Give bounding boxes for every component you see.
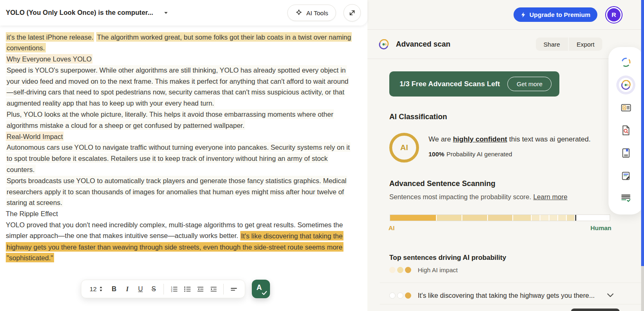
ai-scan-letter: A	[256, 283, 262, 292]
doc-paragraph: Speed is YOLO's superpower. While other …	[6, 64, 354, 108]
impact-bar-segment	[462, 215, 487, 221]
align-button[interactable]	[227, 283, 240, 295]
expand-button[interactable]	[343, 4, 361, 21]
ai-classification-heading: AI Classification	[389, 113, 447, 121]
doc-paragraph: it's the latest iPhone release. The algo…	[6, 31, 354, 54]
list-divider	[380, 304, 644, 304]
document-title: YOLO (You Only Look Once) is the compute…	[6, 9, 153, 16]
citations-book-icon[interactable]	[616, 144, 635, 163]
document-title-dropdown[interactable]: YOLO (You Only Look Once) is the compute…	[6, 9, 168, 16]
legend-dot	[389, 267, 395, 273]
strikethrough-button[interactable]: S	[147, 283, 160, 295]
sentence-impact-dot	[405, 292, 411, 299]
export-button[interactable]: Export	[569, 38, 602, 51]
get-more-button[interactable]: Get more	[507, 77, 552, 91]
probability-label: Probability AI generated	[446, 151, 512, 158]
editor-panel: YOLO (You Only Look Once) is the compute…	[0, 0, 367, 311]
advanced-scan-icon[interactable]	[616, 75, 635, 94]
impact-bar-segment	[488, 215, 512, 221]
impact-bar-segment	[540, 215, 548, 221]
free-scans-banner: 1/3 Free Advanced Scans Left Get more	[389, 71, 559, 97]
sentence-scanning-heading: Advanced Sentence Scanning	[389, 179, 495, 188]
hidden-action-button[interactable]	[571, 309, 620, 311]
legend-dot	[397, 267, 403, 273]
ai-axis-label: AI	[388, 224, 395, 231]
highlighted-sentence: Autonomous cars use YOLO to navigate tra…	[6, 142, 350, 174]
doc-paragraph: Sports broadcasts use YOLO to automatica…	[6, 175, 354, 208]
flashcards-icon[interactable]: A	[616, 98, 635, 117]
ai-tools-label: AI Tools	[306, 9, 328, 16]
toolbar-divider	[163, 284, 164, 295]
ai-tools-button[interactable]: AI Tools	[287, 5, 336, 21]
bold-button[interactable]: B	[108, 283, 120, 295]
caret-down-icon	[164, 11, 168, 14]
probability-statement: 100%Probability AI generated	[429, 151, 512, 158]
sparkle-icon	[295, 9, 303, 16]
doc-text-run: The Ripple Effect	[6, 210, 58, 217]
legend-dots	[389, 267, 413, 273]
summary-check-icon[interactable]	[616, 189, 635, 208]
confidence-prefix: We are	[429, 135, 453, 143]
user-avatar[interactable]: R	[605, 6, 623, 24]
scan-content: 1/3 Free Advanced Scans Left Get more AI…	[367, 59, 644, 311]
impact-bar-segment	[558, 215, 566, 221]
impact-legend: High AI impact	[389, 266, 458, 273]
sentence-scanning-subtitle: Sentences most impacting the probability…	[389, 193, 568, 201]
upgrade-premium-button[interactable]: Upgrade to Premium	[514, 7, 597, 22]
app-screen: YOLO (You Only Look Once) is the compute…	[0, 0, 644, 311]
impact-bar-segment	[567, 215, 575, 221]
sentence-row[interactable]: It's like discovering that taking the hi…	[389, 287, 627, 304]
legend-label: High AI impact	[418, 266, 458, 273]
share-button[interactable]: Share	[536, 38, 568, 51]
expand-icon	[348, 9, 356, 16]
highlighted-sentence: Real-World Impact	[6, 132, 64, 141]
italic-button[interactable]: I	[121, 283, 133, 295]
format-toolbar-wrap: 12 B I U S 123	[81, 280, 270, 298]
learn-more-link[interactable]: Learn more	[533, 193, 568, 200]
document-titlebar: YOLO (You Only Look Once) is the compute…	[0, 0, 367, 26]
human-axis-label: Human	[590, 224, 611, 231]
feedback-edit-icon[interactable]	[616, 166, 635, 185]
legend-dot	[405, 267, 411, 273]
impact-bar-segment	[437, 215, 462, 221]
svg-text:3: 3	[171, 290, 172, 292]
advanced-scan-logo-icon	[379, 39, 389, 49]
tools-sidebar: A	[608, 47, 643, 214]
font-size-stepper[interactable]: 12	[86, 283, 107, 295]
highlighted-sentence: Plus, YOLO looks at the whole picture, l…	[6, 109, 334, 130]
basic-scan-icon[interactable]	[616, 53, 635, 72]
document-search-icon[interactable]	[616, 121, 635, 140]
sentence-impact-dot	[389, 292, 395, 299]
ai-scan-button[interactable]: A	[252, 280, 270, 298]
outdent-button[interactable]	[194, 283, 206, 295]
check-icon	[262, 291, 267, 295]
doc-paragraph: Why Everyone Loves YOLO	[6, 54, 354, 65]
lightning-bolt-icon	[521, 12, 526, 18]
impact-bar-segment	[532, 215, 540, 221]
indent-button[interactable]	[207, 283, 220, 295]
sentence-impact-dots	[389, 292, 413, 299]
scan-header: Advanced scan Share Export	[367, 30, 644, 59]
titlebar-actions: AI Tools	[287, 4, 361, 21]
ordered-list-button[interactable]: 123	[168, 283, 180, 295]
bulleted-list-button[interactable]	[181, 283, 193, 295]
toolbar-divider	[223, 284, 224, 295]
doc-paragraph: Real-World Impact	[6, 131, 354, 142]
doc-paragraph: YOLO proved that you don't need incredib…	[6, 219, 354, 264]
chevron-down-icon[interactable]	[607, 293, 614, 298]
free-scans-text: 1/3 Free Advanced Scans Left	[400, 80, 500, 88]
scan-panel: Upgrade to Premium R Advanced scan Share…	[367, 0, 644, 311]
scrollbar-thumb[interactable]	[641, 0, 644, 266]
ai-badge: AI	[389, 133, 419, 163]
font-size-value: 12	[90, 285, 97, 293]
share-export-group: Share Export	[536, 38, 602, 51]
top-sentences-heading: Top sentences driving AI probability	[389, 254, 506, 262]
impact-bar-labels: AI Human	[388, 224, 611, 231]
subtitle-text: Sentences most impacting the probability…	[389, 193, 531, 200]
underline-button[interactable]: U	[134, 283, 147, 295]
document-text-area[interactable]: it's the latest iPhone release. The algo…	[6, 31, 354, 264]
impact-bar-segment	[576, 215, 610, 221]
sentence-text: It's like discovering that taking the hi…	[418, 292, 594, 299]
confidence-suffix: this text was ai generated.	[507, 135, 591, 143]
scan-panel-title: Advanced scan	[396, 40, 450, 49]
